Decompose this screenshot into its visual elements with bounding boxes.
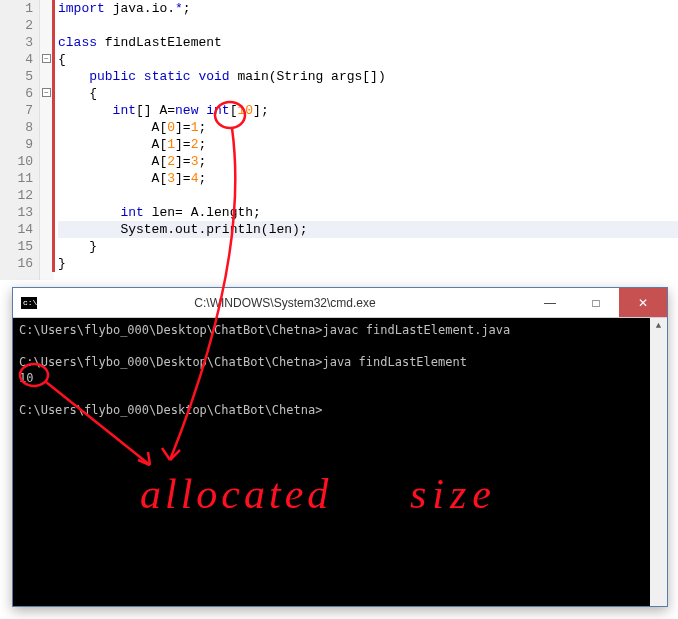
terminal-line: C:\Users\flybo_000\Desktop\ChatBot\Chetn… <box>19 354 661 370</box>
window-controls: — □ ✕ <box>527 288 667 317</box>
line-number: 2 <box>0 17 33 34</box>
line-number: 10 <box>0 153 33 170</box>
code-line[interactable]: { <box>58 51 678 68</box>
window-titlebar[interactable]: c:\ C:\WINDOWS\System32\cmd.exe — □ ✕ <box>13 288 667 318</box>
code-line[interactable]: } <box>58 238 678 255</box>
fold-minus-icon[interactable]: − <box>42 88 51 97</box>
code-line[interactable]: System.out.println(len); <box>58 221 678 238</box>
scroll-up-icon[interactable]: ▲ <box>650 318 667 335</box>
terminal-line <box>19 338 661 354</box>
line-number: 13 <box>0 204 33 221</box>
line-number: 15 <box>0 238 33 255</box>
line-number: 9 <box>0 136 33 153</box>
code-line[interactable]: A[0]=1; <box>58 119 678 136</box>
code-line[interactable]: A[2]=3; <box>58 153 678 170</box>
line-number: 4 <box>0 51 33 68</box>
code-line[interactable]: A[3]=4; <box>58 170 678 187</box>
cmd-icon: c:\ <box>21 297 37 309</box>
code-line[interactable]: int[] A=new int[10]; <box>58 102 678 119</box>
line-number: 12 <box>0 187 33 204</box>
terminal-line: C:\Users\flybo_000\Desktop\ChatBot\Chetn… <box>19 402 661 418</box>
change-marker <box>52 0 55 272</box>
terminal-line: 10 <box>19 370 661 386</box>
code-editor[interactable]: 12345678910111213141516 − − import java.… <box>0 0 678 280</box>
code-line[interactable] <box>58 17 678 34</box>
close-button[interactable]: ✕ <box>619 288 667 317</box>
code-line[interactable]: { <box>58 85 678 102</box>
minimize-button[interactable]: — <box>527 288 573 317</box>
line-number: 3 <box>0 34 33 51</box>
line-number: 5 <box>0 68 33 85</box>
line-number: 6 <box>0 85 33 102</box>
code-area[interactable]: import java.io.*;class findLastElement{ … <box>54 0 678 280</box>
code-line[interactable] <box>58 187 678 204</box>
cmd-window[interactable]: c:\ C:\WINDOWS\System32\cmd.exe — □ ✕ C:… <box>12 287 668 607</box>
window-title: C:\WINDOWS\System32\cmd.exe <box>43 296 527 310</box>
terminal-line: C:\Users\flybo_000\Desktop\ChatBot\Chetn… <box>19 322 661 338</box>
line-number: 8 <box>0 119 33 136</box>
code-line[interactable]: class findLastElement <box>58 34 678 51</box>
scrollbar[interactable]: ▲ <box>650 318 667 606</box>
fold-minus-icon[interactable]: − <box>42 54 51 63</box>
terminal-output[interactable]: C:\Users\flybo_000\Desktop\ChatBot\Chetn… <box>13 318 667 606</box>
code-line[interactable]: int len= A.length; <box>58 204 678 221</box>
code-line[interactable]: } <box>58 255 678 272</box>
code-line[interactable]: A[1]=2; <box>58 136 678 153</box>
terminal-line <box>19 386 661 402</box>
line-number: 11 <box>0 170 33 187</box>
line-number-gutter: 12345678910111213141516 <box>0 0 40 280</box>
line-number: 1 <box>0 0 33 17</box>
line-number: 16 <box>0 255 33 272</box>
maximize-button[interactable]: □ <box>573 288 619 317</box>
line-number: 7 <box>0 102 33 119</box>
line-number: 14 <box>0 221 33 238</box>
code-line[interactable]: import java.io.*; <box>58 0 678 17</box>
code-line[interactable]: public static void main(String args[]) <box>58 68 678 85</box>
